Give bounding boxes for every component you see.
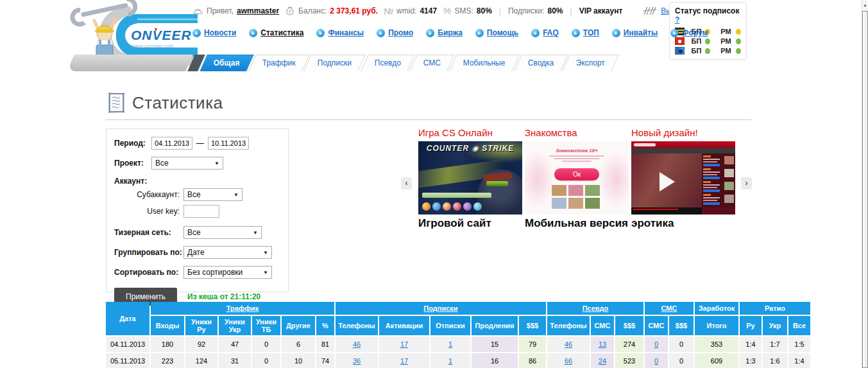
- scrollbar-thumb[interactable]: [862, 11, 868, 368]
- arrow-bullet-icon: ▸: [377, 29, 385, 37]
- cell-link[interactable]: 24: [599, 357, 606, 365]
- nav-link[interactable]: Новости: [204, 28, 236, 37]
- nav-link[interactable]: Помощь: [487, 28, 518, 37]
- nav-item-6[interactable]: ▸FAQ: [531, 28, 559, 37]
- rm-status-dot: [736, 39, 741, 44]
- cell-link[interactable]: 36: [353, 357, 361, 365]
- teaser-select[interactable]: Все▼: [183, 226, 262, 239]
- rm-label: РМ: [720, 47, 735, 55]
- nav-link[interactable]: FAQ: [543, 28, 559, 37]
- period-from-input[interactable]: [151, 137, 192, 150]
- promo-slide-dating[interactable]: Знакомства Знакомства 18+ Ок Мобильная в…: [525, 127, 629, 230]
- table-row: 04.11.2013180924706814617115794613274003…: [106, 337, 810, 352]
- nav-link[interactable]: Инвайты: [624, 28, 658, 37]
- userkey-input[interactable]: [183, 205, 219, 218]
- carousel-prev-button[interactable]: ‹: [401, 177, 412, 189]
- data-cell: 0: [252, 353, 280, 368]
- group-header-link[interactable]: Псевдо: [583, 304, 609, 312]
- cell-link[interactable]: 13: [599, 340, 606, 348]
- nav-link[interactable]: Статистика: [260, 28, 303, 37]
- project-select[interactable]: Все▼: [151, 157, 223, 170]
- period-label: Период:: [114, 139, 151, 148]
- teaser-label: Тизерная сеть:: [114, 228, 183, 237]
- username-link[interactable]: awmmaster: [237, 6, 279, 15]
- col-group-header[interactable]: Псевдо: [547, 302, 643, 315]
- group-by-select[interactable]: Дате▼: [183, 246, 272, 259]
- nav-link[interactable]: Промо: [388, 28, 413, 37]
- tab-6[interactable]: Сводка: [514, 55, 568, 71]
- tab-1[interactable]: Траффик: [248, 55, 309, 71]
- vertical-scrollbar: ▲: [862, 0, 868, 368]
- nav-link[interactable]: Биржа: [438, 28, 463, 37]
- cell-link[interactable]: 1: [448, 357, 452, 365]
- carousel-next-button[interactable]: ›: [741, 177, 752, 189]
- nav-item-3[interactable]: ▸Промо: [377, 28, 413, 37]
- col-header: Уники ТБ: [252, 316, 280, 335]
- cell-link[interactable]: 17: [400, 357, 408, 365]
- cell-link[interactable]: 46: [353, 340, 361, 348]
- data-cell: 17: [379, 337, 429, 352]
- tab-2[interactable]: Подписки: [304, 55, 366, 71]
- col-header: Все: [788, 316, 810, 335]
- nav-item-2[interactable]: ▸Финансы: [316, 28, 364, 37]
- nav-link[interactable]: Форум: [682, 28, 708, 37]
- tab-3[interactable]: Псевдо: [361, 55, 415, 71]
- nav-item-5[interactable]: ▸Помощь: [475, 28, 518, 37]
- nav-item-0[interactable]: ▸Новости: [192, 28, 236, 37]
- status-help-link[interactable]: ?: [675, 15, 679, 24]
- cell-link[interactable]: 46: [565, 340, 572, 348]
- data-cell: 24: [591, 353, 614, 368]
- data-cell: 10: [282, 353, 315, 368]
- arrow-bullet-icon: ▸: [475, 29, 484, 37]
- arrow-bullet-icon: ▸: [612, 29, 620, 37]
- bp-label: БП: [691, 47, 704, 55]
- data-cell: 1: [430, 337, 470, 352]
- nav-item-9[interactable]: ▸Форум: [670, 28, 708, 37]
- tab-0[interactable]: Общая: [200, 55, 253, 71]
- status-box-title: Статус подписок: [675, 6, 739, 15]
- svg-text:www.conveer.com: www.conveer.com: [132, 43, 174, 49]
- promo-slide-cs[interactable]: Игра CS Онлайн COUNTER ◉ STRIKE Игровой …: [418, 127, 522, 230]
- col-group-header[interactable]: Подписки: [336, 302, 546, 315]
- col-header: Другие: [282, 316, 315, 335]
- cell-link[interactable]: 17: [400, 340, 408, 348]
- svg-text:ONVEER: ONVEER: [131, 28, 192, 42]
- group-header-link[interactable]: Траффик: [226, 304, 259, 312]
- tab-bar: ОбщаяТраффикПодпискиПсевдоСМСМобильныеСв…: [0, 55, 868, 71]
- userkey-label: User key:: [114, 207, 183, 216]
- cell-link[interactable]: 0: [654, 340, 658, 348]
- chevron-down-icon: ▼: [263, 250, 268, 256]
- nav-item-8[interactable]: ▸Инвайты: [612, 28, 658, 37]
- nav-link[interactable]: Финансы: [328, 28, 364, 37]
- period-to-input[interactable]: [208, 137, 249, 150]
- col-header: %: [316, 316, 334, 335]
- group-header-link[interactable]: Подписки: [423, 304, 457, 312]
- data-cell: 0: [669, 337, 694, 352]
- sort-by-select[interactable]: Без сортировки▼: [183, 266, 272, 279]
- project-label: Проект:: [114, 159, 151, 168]
- promo-slide-adult[interactable]: Новый дизайн! эротика: [631, 127, 735, 230]
- col-header: Итого: [695, 316, 738, 335]
- cell-link[interactable]: 1: [448, 340, 452, 348]
- tab-5[interactable]: Мобильные: [449, 55, 519, 71]
- cell-link[interactable]: 66: [565, 357, 572, 365]
- subaccount-select[interactable]: Все▼: [183, 188, 243, 201]
- col-group-header[interactable]: Траффик: [151, 302, 334, 315]
- scroll-icon: [106, 91, 126, 114]
- promo-image-adult: [631, 141, 735, 215]
- scroll-up-button[interactable]: ▲: [862, 0, 868, 10]
- tab-7[interactable]: Экспорт: [562, 55, 619, 71]
- cell-link[interactable]: 0: [654, 357, 658, 365]
- col-header: Отписки: [430, 316, 470, 335]
- col-header: Телефоны: [547, 316, 590, 335]
- data-cell: 66: [547, 353, 590, 368]
- nav-link[interactable]: ТОП: [583, 28, 599, 37]
- tab-4[interactable]: СМС: [409, 55, 455, 71]
- col-group-header[interactable]: СМС: [645, 302, 694, 315]
- nav-item-1[interactable]: ▸Статистика: [249, 28, 303, 37]
- nav-item-4[interactable]: ▸Биржа: [426, 28, 463, 37]
- col-header: Активации: [379, 316, 429, 335]
- nav-item-7[interactable]: ▸ТОП: [572, 28, 599, 37]
- group-header-link[interactable]: СМС: [661, 304, 677, 312]
- account-label: Аккаунт:: [114, 177, 147, 186]
